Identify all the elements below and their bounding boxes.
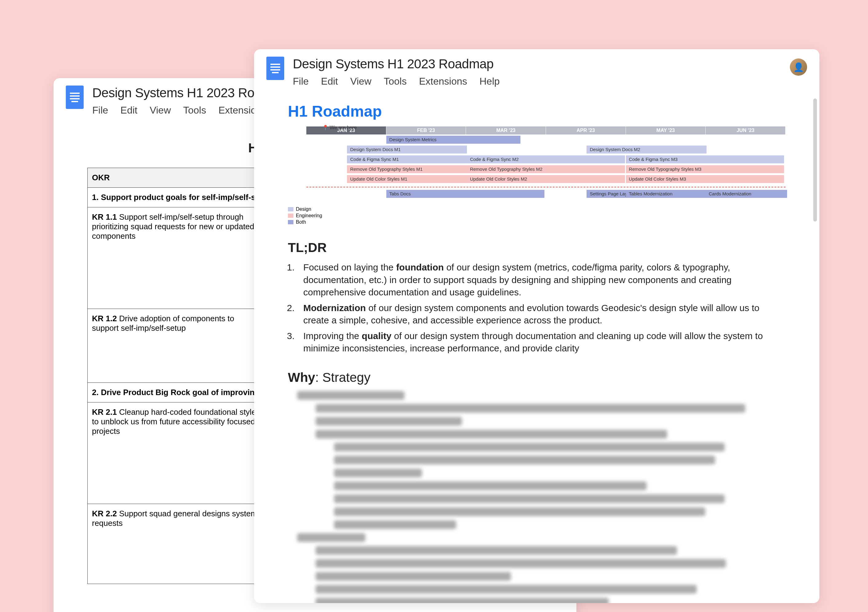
month-mar: MAR '23 [466, 126, 546, 134]
month-feb: FEB '23 [386, 126, 466, 134]
legend-swatch-engineering [288, 214, 293, 218]
bar-typo-m3: Remove Old Typography Styles M3 [626, 165, 784, 173]
tldr-item-2: Modernization of our design system compo… [297, 302, 786, 327]
menu-help[interactable]: Help [479, 76, 500, 87]
docs-icon[interactable] [267, 57, 284, 80]
content-front: H1 Roadmap 📍 We are here JAN '23 FEB '23… [254, 87, 819, 603]
docs-icon[interactable] [66, 85, 84, 109]
menu-file[interactable]: File [293, 76, 309, 87]
h1-roadmap-heading: H1 Roadmap [288, 103, 786, 120]
scrollbar[interactable] [813, 98, 817, 222]
gantt-months: JAN '23 FEB '23 MAR '23 APR '23 MAY '23 … [306, 126, 786, 134]
th-okr: OKR [88, 168, 266, 188]
menu-edit[interactable]: Edit [321, 76, 338, 87]
kr-2-2: KR 2.2 Support squad general designs sys… [88, 504, 266, 584]
gantt-chart: 📍 We are here JAN '23 FEB '23 MAR '23 AP… [306, 126, 786, 225]
kr-2-1: KR 2.1 Cleanup hard-coded foundational s… [88, 402, 266, 504]
kr-1-2: KR 1.2 Drive adoption of components to s… [88, 309, 266, 383]
menu-bar-front: File Edit View Tools Extensions Help [293, 76, 781, 87]
month-jun: JUN '23 [705, 126, 786, 134]
doc-title-front[interactable]: Design Systems H1 2023 Roadmap [293, 57, 781, 71]
bar-color-m3: Update Old Color Styles M3 [626, 175, 784, 183]
bar-sync-m3: Code & Figma Sync M3 [626, 155, 784, 163]
menu-view[interactable]: View [350, 76, 372, 87]
bar-color-m1: Update Old Color Styles M1 [347, 175, 467, 183]
bar-tables: Tables Modernization [626, 190, 707, 198]
menu-view[interactable]: View [150, 105, 171, 116]
menu-file[interactable]: File [92, 105, 108, 116]
tldr-list: Focused on laying the foundation of our … [288, 261, 786, 355]
bar-color-m2: Update Old Color Styles M2 [467, 175, 625, 183]
legend-swatch-design [288, 207, 293, 211]
we-are-here-marker: 📍 We are here [322, 124, 357, 130]
bar-typo-m1: Remove Old Typography Styles M1 [347, 165, 467, 173]
gantt-divider [306, 187, 786, 187]
tldr-heading: TL;DR [288, 240, 786, 255]
bar-docs-m2: Design System Docs M2 [587, 146, 707, 154]
avatar[interactable]: 👤 [790, 59, 807, 76]
bar-sync-m1: Code & Figma Sync M1 [347, 155, 467, 163]
bar-metrics: Design System Metrics [386, 136, 521, 144]
tldr-item-3: Improving the quality of our design syst… [297, 330, 786, 355]
menu-tools[interactable]: Tools [183, 105, 206, 116]
gantt-legend: Design Engineering Both [288, 207, 786, 225]
legend-swatch-both [288, 220, 293, 224]
tldr-item-1: Focused on laying the foundation of our … [297, 261, 786, 299]
bar-docs-m1: Design System Docs M1 [347, 146, 467, 154]
month-may: MAY '23 [626, 126, 706, 134]
kr-1-1: KR 1.1 Support self-imp/self-setup throu… [88, 207, 266, 309]
bar-tabs: Tabs Docs [386, 190, 544, 198]
menu-extensions[interactable]: Extensions [419, 76, 467, 87]
bar-sync-m2: Code & Figma Sync M2 [467, 155, 625, 163]
pin-icon: 📍 [322, 124, 329, 130]
bar-cards: Cards Modernization [705, 190, 787, 198]
titlebar-front: Design Systems H1 2023 Roadmap File Edit… [254, 49, 819, 87]
month-apr: APR '23 [546, 126, 626, 134]
why-heading: Why: Strategy [288, 370, 786, 385]
blurred-content [288, 391, 786, 603]
menu-tools[interactable]: Tools [384, 76, 407, 87]
bar-typo-m2: Remove Old Typography Styles M2 [467, 165, 625, 173]
doc-window-front: Design Systems H1 2023 Roadmap File Edit… [254, 49, 819, 603]
menu-edit[interactable]: Edit [121, 105, 138, 116]
